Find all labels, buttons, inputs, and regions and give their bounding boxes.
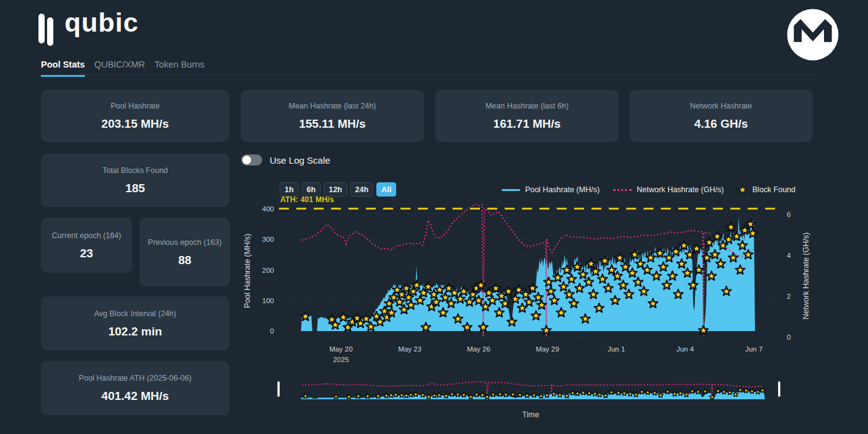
mini-network-line [302,382,764,395]
svg-text:300: 300 [262,236,274,243]
network-dotted-swatch-icon [613,189,632,191]
card-label: Previous epoch (163) [148,237,222,248]
card-value: 203.15 MH/s [102,117,169,131]
svg-text:May 20: May 20 [329,345,353,353]
svg-text:Jun 7: Jun 7 [745,345,763,353]
card-label: Avg Block Interval (24h) [94,309,176,319]
card-value: 161.71 MH/s [494,117,561,131]
qubic-pool-dashboard: qubic Pool Stats QUBIC/XMR Token Burns P… [0,0,868,434]
svg-text:Jun 1: Jun 1 [608,345,625,353]
pool-line-swatch-icon [502,189,520,191]
chart-range-navigator[interactable] [243,373,818,405]
svg-text:200: 200 [262,267,274,274]
qubic-logo-icon [38,12,56,47]
navigator-handle-right[interactable] [778,381,781,397]
legend-label: Block Found [753,185,795,194]
card-current-epoch: Current epoch (164) 23 [41,218,132,273]
svg-text:May 26: May 26 [467,345,490,353]
toggle-knob [242,156,251,164]
range-button-1h[interactable]: 1h [280,182,299,197]
legend-label: Network Hashrate (GH/s) [637,185,724,194]
card-label: Total Blocks Found [102,166,168,176]
card-value: 102.2 min [108,325,162,339]
svg-text:2: 2 [787,293,790,300]
card-value: 88 [178,254,191,267]
svg-text:100: 100 [262,297,274,304]
legend-label: Pool Hashrate (MH/s) [525,185,600,194]
card-previous-epoch: Previous epoch (163) 88 [140,218,230,286]
svg-text:6: 6 [787,211,790,218]
card-avg-block-interval: Avg Block Interval (24h) 102.2 min [41,296,229,350]
legend-item-network-hashrate[interactable]: Network Hashrate (GH/s) [613,185,724,194]
legend-item-pool-hashrate[interactable]: Pool Hashrate (MH/s) [502,185,600,194]
card-label: Mean Hashrate (last 24h) [288,101,376,112]
legend-item-block-found[interactable]: ★ Block Found [737,185,795,195]
log-scale-label: Use Log Scale [270,155,330,166]
range-button-12h[interactable]: 12h [324,182,347,197]
card-total-blocks: Total Blocks Found 185 [41,154,229,207]
range-button-6h[interactable]: 6h [302,182,321,197]
range-button-24h[interactable]: 24h [350,182,374,197]
log-scale-toggle[interactable] [241,154,262,166]
card-mean-6h: Mean Hashrate (last 6h) 161.71 MH/s [435,90,619,142]
x-axis-title: Time [243,410,818,419]
y-left-title: Pool Hashrate (MH/s) [243,234,252,308]
svg-text:4: 4 [787,252,791,259]
svg-text:400: 400 [262,205,274,213]
time-range-buttons: 1h 6h 12h 24h All [280,182,396,197]
logo-bar-right [47,17,53,46]
card-label: Mean Hashrate (last 6h) [485,101,569,112]
card-value: 4.16 GH/s [694,117,748,131]
card-value: 23 [80,247,93,260]
brand-wordmark: qubic [64,7,139,38]
tab-divider [41,74,815,75]
card-value: 155.11 MH/s [299,117,366,131]
y-right-title: Network Hashrate (GH/s) [802,232,810,319]
card-label: Pool Hashrate [110,101,159,112]
chart-legend: Pool Hashrate (MH/s) Network Hashrate (G… [502,185,795,195]
card-network-hashrate: Network Hashrate 4.16 GH/s [629,90,813,142]
monero-logo [785,7,841,63]
svg-text:0: 0 [787,334,790,341]
range-button-all[interactable]: All [376,182,396,197]
svg-text:Jun 4: Jun 4 [676,345,694,353]
ath-annotation: ATH: 401 MH/s [280,195,334,204]
navigator-handle-left[interactable] [278,381,280,397]
svg-text:0: 0 [270,327,274,335]
card-mean-24h: Mean Hashrate (last 24h) 155.11 MH/s [241,90,424,142]
svg-text:May 23: May 23 [398,345,422,353]
svg-text:2025: 2025 [333,356,349,363]
card-label: Current epoch (164) [52,231,122,241]
card-value: 185 [125,182,145,195]
log-scale-toggle-row: Use Log Scale [241,154,330,166]
hashrate-chart[interactable]: 01002003004000246May 202025May 23May 26M… [243,204,818,371]
logo-bar-left [38,14,45,43]
card-value: 401.42 MH/s [102,389,169,403]
card-pool-ath: Pool Hashrate ATH (2025-06-06) 401.42 MH… [41,361,229,415]
card-label: Network Hashrate [690,101,752,112]
svg-text:May 29: May 29 [536,345,559,353]
card-pool-hashrate: Pool Hashrate 203.15 MH/s [41,90,229,142]
block-found-star-icon: ★ [737,185,747,195]
card-label: Pool Hashrate ATH (2025-06-06) [79,373,192,384]
